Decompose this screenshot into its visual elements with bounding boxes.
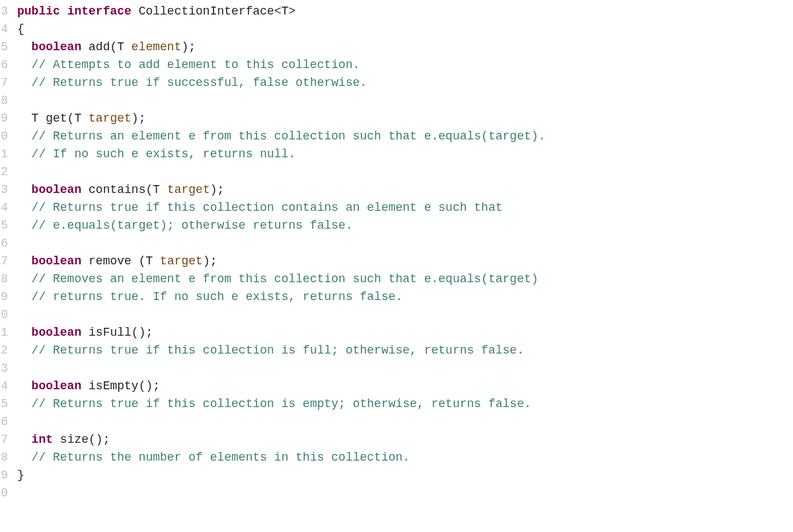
code-line[interactable] [17,235,545,252]
code-token: ); [203,254,217,268]
comment-text: // Removes an element e from this collec… [32,272,539,285]
code-line[interactable]: } [17,467,545,484]
code-line[interactable]: // Returns the number of elements in thi… [17,449,545,467]
code-line[interactable]: // Attempts to add element to this colle… [17,56,545,74]
line-number: 9 [0,288,8,306]
line-number: 6 [0,56,8,74]
code-token [81,40,89,54]
code-line[interactable]: // Returns true if this collection is em… [17,395,545,413]
code-token [81,183,89,196]
comment-text: // Returns the number of elements in thi… [32,451,410,464]
code-token: add(T [89,40,132,54]
code-token: remove (T [89,254,160,268]
code-line[interactable]: // Removes an element e from this collec… [17,270,545,288]
code-line[interactable]: // If no such e exists, returns null. [17,145,545,163]
line-number: 3 [0,360,8,377]
code-token: { [17,22,24,36]
line-number: 5 [0,217,8,235]
keyword: boolean [32,40,82,54]
line-number: 4 [0,20,8,38]
comment-text: // returns true. If no such e exists, re… [32,290,403,303]
code-token [81,379,89,393]
line-number-gutter: 3456789012345678901234567890 [0,0,8,502]
code-token [132,5,139,18]
code-line[interactable]: boolean isEmpty(); [17,377,545,395]
keyword: boolean [32,254,82,268]
code-line[interactable]: // Returns true if this collection is fu… [17,342,545,360]
code-token [81,254,89,268]
keyword: boolean [32,379,82,393]
line-number: 3 [0,181,8,199]
code-token [53,433,60,446]
keyword: boolean [32,326,82,339]
line-number: 3 [0,3,8,20]
comment-text: // e.equals(target); otherwise returns f… [32,219,353,232]
code-token: ); [181,40,196,54]
code-line[interactable]: boolean remove (T target); [17,252,545,270]
parameter: target [89,112,132,125]
line-number: 5 [0,38,8,56]
keyword: public [17,5,60,18]
code-token: isFull(); [89,326,153,339]
code-line[interactable]: T get(T target); [17,110,545,128]
line-number: 6 [0,235,8,252]
line-number: 9 [0,110,8,128]
keyword: boolean [32,183,82,196]
line-number: 0 [0,306,8,324]
code-line[interactable]: int size(); [17,431,545,449]
code-token: isEmpty(); [89,379,160,393]
line-number: 0 [0,128,8,145]
code-line[interactable] [17,413,545,431]
code-line[interactable]: // returns true. If no such e exists, re… [17,288,545,306]
code-token: contains(T [89,183,167,196]
code-line[interactable] [17,163,545,181]
parameter: target [167,183,210,196]
line-number: 6 [0,413,8,431]
line-number: 7 [0,431,8,449]
code-token: ); [132,112,146,125]
code-token: CollectionInterface<T> [139,5,296,18]
code-token: } [17,469,24,482]
parameter: target [160,254,203,268]
code-token: T get(T [32,112,89,125]
line-number: 8 [0,92,8,110]
keyword: interface [67,5,132,18]
code-line[interactable]: // Returns true if successful, false oth… [17,74,545,92]
code-line[interactable]: { [17,20,545,38]
comment-text: // Returns true if this collection conta… [32,201,503,214]
code-line[interactable]: boolean contains(T target); [17,181,545,199]
line-number: 9 [0,467,8,484]
code-editor-viewport[interactable]: public interface CollectionInterface<T>{… [8,0,545,502]
parameter: element [132,40,182,54]
line-number: 7 [0,74,8,92]
code-line[interactable] [17,92,545,110]
comment-text: // Returns true if successful, false oth… [32,76,367,89]
line-number: 8 [0,449,8,467]
line-number: 1 [0,145,8,163]
comment-text: // If no such e exists, returns null. [32,147,296,161]
code-line[interactable]: // Returns an element e from this collec… [17,128,545,145]
line-number: 1 [0,324,8,342]
code-line[interactable] [17,360,545,377]
code-line[interactable]: boolean isFull(); [17,324,545,342]
comment-text: // Attempts to add element to this colle… [32,58,360,71]
code-line[interactable]: // e.equals(target); otherwise returns f… [17,217,545,235]
line-number: 5 [0,395,8,413]
comment-text: // Returns true if this collection is em… [32,397,531,410]
keyword: int [32,433,53,446]
code-token: ); [210,183,225,196]
code-token [60,5,67,18]
code-token: size(); [60,433,110,446]
code-line[interactable] [17,484,545,502]
code-line[interactable]: public interface CollectionInterface<T> [17,3,545,20]
line-number: 4 [0,199,8,217]
code-line[interactable]: boolean add(T element); [17,38,545,56]
code-line[interactable] [17,306,545,324]
code-line[interactable]: // Returns true if this collection conta… [17,199,545,217]
line-number: 8 [0,270,8,288]
line-number: 7 [0,252,8,270]
comment-text: // Returns an element e from this collec… [32,130,546,143]
line-number: 2 [0,163,8,181]
comment-text: // Returns true if this collection is fu… [32,344,524,357]
line-number: 2 [0,342,8,360]
